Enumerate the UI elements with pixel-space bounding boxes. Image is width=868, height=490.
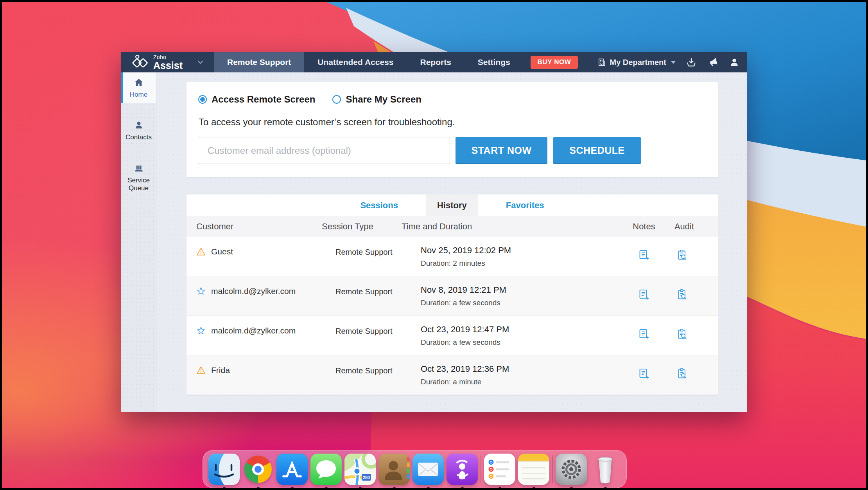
column-header-customer: Customer	[196, 216, 233, 237]
running-indicator-dot	[291, 487, 294, 490]
audit-icon[interactable]	[661, 328, 704, 340]
chevron-down-icon	[671, 61, 676, 64]
running-indicator-dot	[393, 487, 396, 490]
customer-name: Frida	[211, 366, 230, 375]
warning-icon	[196, 366, 206, 375]
table-row[interactable]: malcolm.d@zylker.com Remote Support Oct …	[187, 316, 718, 355]
home-icon	[134, 77, 144, 88]
customer-email-input[interactable]	[198, 137, 450, 164]
nav-tab-settings[interactable]: Settings	[464, 52, 524, 72]
download-icon[interactable]	[686, 57, 697, 68]
favorite-star-icon[interactable]	[196, 326, 206, 335]
left-sidebar: Home Contacts Service Queue	[121, 72, 156, 412]
user-account-icon[interactable]	[729, 57, 740, 68]
session-time: Oct 23, 2019 12:36 PM	[421, 364, 509, 374]
tab-sessions[interactable]: Sessions	[349, 195, 409, 216]
maps-route-badge: 280	[363, 475, 370, 479]
chevron-down-icon[interactable]	[197, 60, 203, 64]
launcher-controls: START NOW SCHEDULE	[198, 137, 641, 164]
tab-history[interactable]: History	[426, 195, 478, 216]
table-row[interactable]: malcolm.d@zylker.com Remote Support Nov …	[187, 276, 718, 316]
table-row[interactable]: Guest Remote Support Nov 25, 2019 12:02 …	[187, 237, 718, 276]
radio-share-my-screen[interactable]: Share My Screen	[332, 94, 421, 105]
dock-contacts-icon[interactable]	[378, 454, 410, 485]
audit-icon[interactable]	[661, 249, 704, 261]
session-launcher-panel: Access Remote ScreenShare My Screen To a…	[187, 82, 718, 177]
dock-trash-icon[interactable]	[590, 454, 621, 485]
schedule-button[interactable]: SCHEDULE	[553, 137, 641, 164]
dock-maps-icon[interactable]: 280	[344, 454, 376, 485]
sidebar-item-contacts[interactable]: Contacts	[121, 115, 156, 146]
customer-cell: Frida	[196, 366, 230, 375]
navbar-right-group: BUY NOW My Department	[531, 52, 747, 72]
running-indicator-dot	[499, 487, 501, 490]
main-content: Access Remote ScreenShare My Screen To a…	[157, 72, 747, 412]
sidebar-item-home[interactable]: Home	[121, 72, 156, 103]
add-note-icon[interactable]	[621, 368, 667, 380]
sidebar-item-label: Service Queue	[123, 177, 154, 193]
session-duration: Duration: 2 minutes	[421, 259, 511, 268]
session-type: Remote Support	[335, 248, 393, 257]
table-row[interactable]: Frida Remote Support Oct 23, 2019 12:36 …	[187, 355, 718, 395]
dock-mail-icon[interactable]	[412, 454, 444, 485]
app-logo[interactable]: Zoho Assist	[121, 52, 214, 72]
zoho-assist-window: Zoho Assist Remote SupportUnattended Acc…	[121, 52, 747, 412]
time-duration-cell: Nov 8, 2019 12:21 PM Duration: a few sec…	[421, 285, 506, 307]
sidebar-item-service-queue[interactable]: Service Queue	[121, 158, 156, 197]
add-note-icon[interactable]	[621, 289, 667, 301]
sessions-panel: SessionsHistoryFavorites Customer Sessio…	[187, 195, 718, 395]
dock-separator	[552, 455, 553, 483]
dock-app-store-icon[interactable]	[276, 454, 308, 485]
department-label: My Department	[610, 58, 666, 67]
dock-system-preferences-icon[interactable]	[556, 454, 587, 485]
start-now-button[interactable]: START NOW	[456, 137, 547, 164]
add-note-icon[interactable]	[621, 328, 667, 340]
session-time: Nov 25, 2019 12:02 PM	[421, 245, 511, 256]
customer-cell: malcolm.d@zylker.com	[196, 326, 296, 335]
service-queue-icon	[134, 163, 144, 173]
column-header-session-type: Session Type	[322, 216, 373, 237]
customer-name: malcolm.d@zylker.com	[211, 286, 296, 296]
running-indicator-dot	[533, 487, 535, 490]
contacts-icon	[134, 120, 144, 130]
table-header: Customer Session Type Time and Duration …	[187, 216, 718, 237]
dock-messages-icon[interactable]	[310, 454, 342, 485]
radio-circle-icon[interactable]	[198, 95, 207, 104]
audit-icon[interactable]	[661, 289, 704, 301]
column-header-audit: Audit	[663, 216, 706, 237]
customer-name: Guest	[211, 247, 233, 256]
department-selector[interactable]: My Department	[597, 58, 676, 67]
running-indicator-dot	[604, 487, 607, 490]
running-indicator-dot	[325, 487, 328, 490]
tab-favorites[interactable]: Favorites	[495, 195, 555, 216]
nav-tab-unattended-access[interactable]: Unattended Access	[304, 52, 407, 72]
running-indicator-dot	[427, 487, 430, 490]
zoho-assist-logo-icon	[131, 54, 149, 70]
brand-zoho: Zoho	[153, 54, 183, 60]
dock-separator	[481, 455, 481, 483]
running-indicator-dot	[570, 487, 573, 490]
favorite-star-icon[interactable]	[196, 286, 206, 296]
dock-finder-icon[interactable]	[208, 454, 240, 485]
dock-reminders-icon[interactable]	[484, 454, 515, 485]
macos-dock: 280	[203, 450, 627, 488]
nav-tab-reports[interactable]: Reports	[407, 52, 464, 72]
customer-name: malcolm.d@zylker.com	[211, 326, 296, 335]
dock-chrome-icon[interactable]	[242, 454, 274, 485]
main-nav-tabs: Remote SupportUnattended AccessReportsSe…	[214, 52, 524, 72]
warning-icon	[196, 247, 206, 256]
dock-notes-icon[interactable]	[518, 454, 549, 485]
buy-now-button[interactable]: BUY NOW	[531, 56, 577, 69]
radio-label: Access Remote Screen	[212, 94, 315, 105]
audit-icon[interactable]	[661, 368, 704, 380]
add-note-icon[interactable]	[621, 249, 667, 261]
time-duration-cell: Nov 25, 2019 12:02 PM Duration: 2 minute…	[421, 245, 511, 268]
radio-access-remote-screen[interactable]: Access Remote Screen	[198, 94, 315, 105]
dock-podcasts-icon[interactable]	[447, 454, 478, 485]
radio-circle-icon[interactable]	[332, 95, 341, 104]
session-duration: Duration: a few seconds	[421, 299, 506, 307]
running-indicator-dot	[257, 487, 260, 490]
sidebar-item-label: Home	[123, 91, 154, 99]
announcement-megaphone-icon[interactable]	[707, 57, 719, 68]
nav-tab-remote-support[interactable]: Remote Support	[214, 52, 304, 72]
